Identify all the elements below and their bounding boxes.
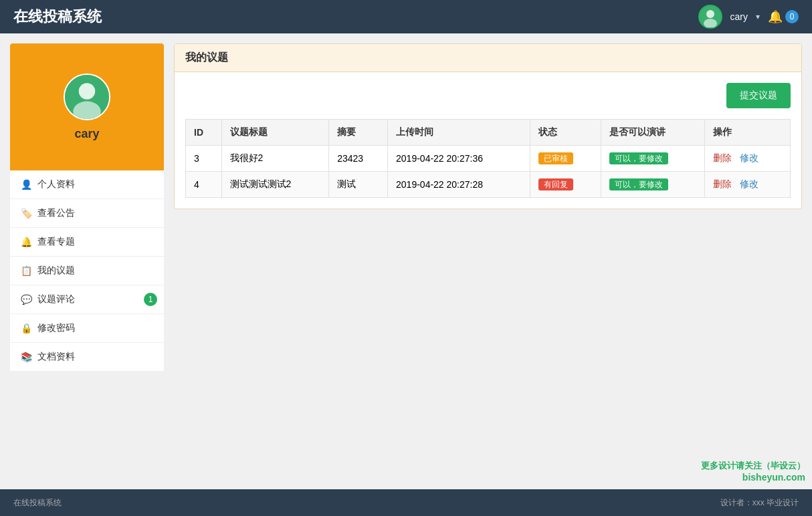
sidebar-username: cary (74, 127, 99, 141)
table-row: 3 我很好2 23423 2019-04-22 20:27:36 已审核 可以，… (186, 146, 791, 172)
col-id: ID (186, 120, 222, 146)
delete-link-0[interactable]: 删除 (713, 152, 732, 163)
sidebar-item-documents[interactable]: 📚 文档资料 (10, 343, 164, 372)
cell-can-present-0: 可以，要修改 (601, 146, 704, 172)
cell-can-present-1: 可以，要修改 (601, 172, 704, 198)
table-row: 4 测试测试测试2 测试 2019-04-22 20:27:28 有回复 可以，… (186, 172, 791, 198)
col-summary: 摘要 (329, 120, 388, 146)
sidebar-item-topics[interactable]: 🔔 查看专题 (10, 228, 164, 257)
navbar-username[interactable]: cary (730, 11, 748, 22)
footer-right: 设计者：xxx 毕业设计 (720, 497, 799, 509)
main-layout: cary 👤 个人资料 🏷️ 查看公告 🔔 查看专题 (0, 33, 812, 489)
cell-summary-1: 测试 (329, 172, 388, 198)
bell-container: 🔔 0 (768, 9, 799, 24)
sidebar-label-change-password: 修改密码 (37, 322, 75, 334)
navbar-title: 在线投稿系统 (13, 7, 102, 27)
sidebar-avatar (64, 74, 110, 120)
col-status: 状态 (530, 120, 601, 146)
sidebar-label-topics: 查看专题 (37, 236, 75, 248)
cell-actions-1: 删除 修改 (705, 172, 791, 198)
navbar-dropdown-arrow[interactable]: ▾ (756, 12, 760, 21)
footer-left: 在线投稿系统 (13, 497, 62, 509)
edit-link-0[interactable]: 修改 (740, 152, 758, 163)
submit-issue-button[interactable]: 提交议题 (726, 83, 791, 108)
delete-link-1[interactable]: 删除 (713, 178, 732, 189)
cell-summary-0: 23423 (329, 146, 388, 172)
comments-icon: 💬 (21, 294, 32, 305)
content-title: 我的议题 (185, 51, 228, 63)
password-icon: 🔒 (21, 323, 32, 334)
sidebar-label-profile: 个人资料 (37, 178, 75, 190)
sidebar-item-change-password[interactable]: 🔒 修改密码 (10, 314, 164, 343)
issues-icon: 📋 (21, 265, 32, 276)
sidebar-label-my-issues: 我的议题 (37, 265, 75, 277)
cell-title-1: 测试测试测试2 (221, 172, 329, 198)
sidebar-menu: 👤 个人资料 🏷️ 查看公告 🔔 查看专题 📋 我的议题 (10, 170, 164, 372)
documents-icon: 📚 (21, 352, 32, 362)
content-header: 我的议题 (175, 44, 801, 72)
sidebar-label-documents: 文档资料 (37, 351, 75, 363)
content-area: 我的议题 提交议题 ID 议题标题 摘要 上传时间 状态 是否可以演讲 操作 (164, 33, 812, 489)
bell-icon[interactable]: 🔔 (768, 9, 783, 24)
navbar-right: cary ▾ 🔔 0 (698, 5, 799, 29)
navbar-avatar (698, 5, 722, 29)
sidebar-item-comments[interactable]: 💬 议题评论 1 (10, 285, 164, 314)
col-title: 议题标题 (221, 120, 329, 146)
topics-icon: 🔔 (21, 237, 32, 247)
sidebar-label-announcements: 查看公告 (37, 207, 75, 219)
svg-point-1 (706, 10, 714, 18)
comments-badge: 1 (144, 293, 157, 306)
profile-icon: 👤 (21, 179, 32, 190)
sidebar-item-announcements[interactable]: 🏷️ 查看公告 (10, 199, 164, 228)
notification-badge: 0 (785, 10, 799, 23)
sidebar: cary 👤 个人资料 🏷️ 查看公告 🔔 查看专题 (10, 43, 164, 372)
sidebar-item-my-issues[interactable]: 📋 我的议题 (10, 257, 164, 285)
issues-table: ID 议题标题 摘要 上传时间 状态 是否可以演讲 操作 3 我很好2 2342… (185, 119, 791, 198)
table-header-row: ID 议题标题 摘要 上传时间 状态 是否可以演讲 操作 (186, 120, 791, 146)
cell-id-0: 3 (186, 146, 222, 172)
content-body: 提交议题 ID 议题标题 摘要 上传时间 状态 是否可以演讲 操作 (175, 72, 801, 209)
svg-point-4 (79, 83, 96, 100)
footer: 在线投稿系统 设计者：xxx 毕业设计 (0, 489, 812, 516)
col-upload-time: 上传时间 (388, 120, 530, 146)
col-actions: 操作 (705, 120, 791, 146)
navbar: 在线投稿系统 cary ▾ 🔔 0 (0, 0, 812, 33)
col-can-present: 是否可以演讲 (601, 120, 704, 146)
status-badge-0: 已审核 (538, 152, 573, 164)
cell-status-1: 有回复 (530, 172, 601, 198)
sidebar-header: cary (10, 43, 164, 170)
can-present-badge-1: 可以，要修改 (609, 178, 668, 190)
edit-link-1[interactable]: 修改 (740, 178, 758, 189)
cell-title-0: 我很好2 (221, 146, 329, 172)
status-badge-1: 有回复 (538, 178, 573, 190)
cell-time-0: 2019-04-22 20:27:36 (388, 146, 530, 172)
can-present-badge-0: 可以，要修改 (609, 152, 668, 164)
cell-id-1: 4 (186, 172, 222, 198)
sidebar-item-profile[interactable]: 👤 个人资料 (10, 170, 164, 199)
cell-time-1: 2019-04-22 20:27:28 (388, 172, 530, 198)
cell-actions-0: 删除 修改 (705, 146, 791, 172)
content-card: 我的议题 提交议题 ID 议题标题 摘要 上传时间 状态 是否可以演讲 操作 (174, 43, 802, 209)
sidebar-label-comments: 议题评论 (37, 293, 75, 305)
cell-status-0: 已审核 (530, 146, 601, 172)
announcements-icon: 🏷️ (21, 208, 32, 219)
